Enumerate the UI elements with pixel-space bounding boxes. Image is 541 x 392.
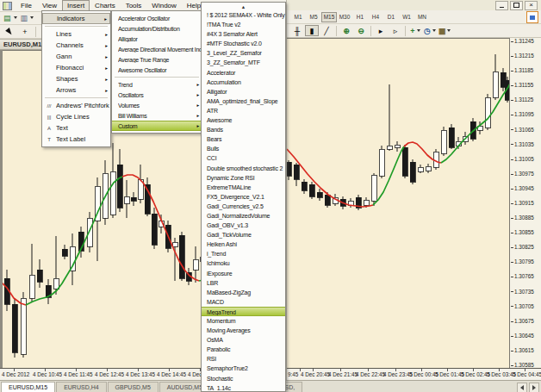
cursor-tool[interactable] <box>3 26 16 37</box>
new-chart-button[interactable]: ▤ <box>3 12 18 23</box>
cycle-lines-icon: ||| <box>42 115 56 120</box>
custom-indicator--4x-3-semafor-alert[interactable]: #4X 3 Semafor Alert <box>202 29 285 39</box>
custom-indicator-alligator[interactable]: Alligator <box>202 87 285 96</box>
tab-scroll-left-button[interactable] <box>517 383 527 392</box>
menu-item-trend[interactable]: Trend▸ <box>112 79 202 90</box>
custom-indicator-cci[interactable]: CCI <box>202 153 285 163</box>
custom-indicator-moving-averages[interactable]: Moving Averages <box>202 326 285 335</box>
menu-item-shapes[interactable]: Shapes▸ <box>42 73 110 84</box>
auto-scroll-button[interactable]: ▸ <box>374 25 388 36</box>
custom-indicator-rsi[interactable]: RSI <box>202 354 285 364</box>
custom-indicator-i-trend[interactable]: i_Trend <box>202 249 285 258</box>
zoom-out-button[interactable]: ⊖ <box>354 25 368 36</box>
menu-item-oscillators[interactable]: Oscillators▸ <box>112 90 202 100</box>
menu-item-average-true-range[interactable]: Average True Range <box>112 54 202 65</box>
timeframe-m5-button[interactable]: M5 <box>306 12 321 22</box>
line-chart-button[interactable]: ╱ <box>320 25 333 36</box>
candlestick-button[interactable]: ▮ <box>305 25 319 36</box>
custom-indicator-gadi-normalizedvolume[interactable]: Gadi_NormalizedVolume <box>202 211 285 221</box>
custom-indicator--tma-true-v2[interactable]: !TMA True v2 <box>202 20 285 29</box>
custom-indicator-osma[interactable]: OsMA <box>202 335 285 345</box>
chart-tab-gbpusdm5[interactable]: GBPUSD,M5 <box>108 382 159 392</box>
custom-indicator-macd[interactable]: MACD <box>202 297 285 307</box>
custom-indicator-gadi-obv-v1-3[interactable]: Gadi_OBV_v1.3 <box>202 221 285 230</box>
menu-item-andrews-pitchfork[interactable]: ///Andrews' Pitchfork <box>42 100 110 111</box>
menu-item-custom[interactable]: Custom▸ <box>112 121 202 131</box>
close-button[interactable]: × <box>525 1 538 10</box>
templates-button[interactable]: ▦ <box>438 25 451 36</box>
timeframe-d1-button[interactable]: D1 <box>383 12 399 22</box>
timeframe-m30-button[interactable]: M30 <box>337 12 352 22</box>
right-chart-plot[interactable] <box>287 38 509 368</box>
custom-indicator-accelerator[interactable]: Accelerator <box>202 68 285 78</box>
menu-item-arrows[interactable]: Arrows▸ <box>42 84 110 96</box>
custom-indicator-megatrend[interactable]: MegaTrend <box>202 307 285 316</box>
custom-indicator-bears[interactable]: Bears <box>202 134 285 144</box>
custom-indicator-iexposure[interactable]: iExposure <box>202 269 285 278</box>
tab-scroll-right-button[interactable] <box>529 383 539 392</box>
custom-indicator--mtf-stochastic-v2-0[interactable]: #MTF Stochastic v2.0 <box>202 39 285 48</box>
minimize-button[interactable] <box>495 1 508 10</box>
custom-indicator-gadi-currencies-v2-5[interactable]: Gadi_Currencies_v2.5 <box>202 202 285 211</box>
custom-indicator-lbr[interactable]: LBR <box>202 278 285 288</box>
menu-item-cycle-lines[interactable]: |||Cycle Lines <box>42 111 110 122</box>
custom-indicator-fx5-divergence-v2-1[interactable]: FX5_Divergence_V2.1 <box>202 192 285 202</box>
menu-item-accelerator-oscillator[interactable]: Accelerator Oscillator <box>112 13 202 23</box>
custom-indicator-parabolic[interactable]: Parabolic <box>202 345 285 354</box>
custom-indicator-gadi-tickvolume[interactable]: Gadi_TickVolume <box>202 230 285 240</box>
custom-indicator-semaphortrue2[interactable]: SemaphorTrue2 <box>202 364 285 373</box>
custom-indicator-accumulation[interactable]: Accumulation <box>202 78 285 87</box>
menu-item-fibonacci[interactable]: Fibonacci▸ <box>42 62 110 73</box>
custom-indicator-bands[interactable]: Bands <box>202 125 285 134</box>
menu-item-alligator[interactable]: Alligator <box>112 34 202 44</box>
periods-button[interactable]: ◷ <box>423 25 437 36</box>
custom-indicator-mabased-zigzag[interactable]: MaBased-ZigZag <box>202 288 285 297</box>
chart-tab-eurusdh4[interactable]: EURUSD,H4 <box>56 382 106 392</box>
bar-chart-button[interactable]: ╫ <box>290 25 304 36</box>
custom-indicator-atr[interactable]: ATR <box>202 106 285 115</box>
crosshair-tool[interactable]: + <box>18 26 32 37</box>
custom-indicator-stochastic[interactable]: Stochastic <box>202 374 285 383</box>
custom-indicator-ta-1-14c[interactable]: TA_1.14c <box>202 383 285 392</box>
menu-item-channels[interactable]: Channels▸ <box>42 40 110 51</box>
menu-item-indicators[interactable]: Indicators▸ <box>42 13 110 24</box>
timeframe-mn-button[interactable]: MN <box>414 12 430 22</box>
custom-indicator-3-zz-semafor-mtf[interactable]: 3_ZZ_Semafor_MTF <box>202 58 285 67</box>
menu-item-bill-williams[interactable]: Bill Williams▸ <box>112 110 202 121</box>
custom-indicator-double-smoothed-stochastic-2[interactable]: Double smoothed stochastic 2 <box>202 164 285 173</box>
menu-scroll-up-icon[interactable]: ▲ <box>202 3 285 10</box>
custom-indicator-heiken-ashi[interactable]: Heiken Ashi <box>202 240 285 249</box>
timeframe-h1-button[interactable]: H1 <box>352 12 368 22</box>
timeframe-m1-button[interactable]: M1 <box>290 12 306 22</box>
custom-indicator-momentum[interactable]: Momentum <box>202 316 285 326</box>
community-button[interactable] <box>526 11 538 23</box>
menu-item-average-directional-movement-index[interactable]: Average Directional Movement Index <box>112 44 202 54</box>
restore-button[interactable] <box>510 1 523 10</box>
timeframe-h4-button[interactable]: H4 <box>368 12 383 22</box>
indicators-list-button[interactable]: + <box>408 25 422 36</box>
tick-dash <box>511 159 513 160</box>
menubar-item-file[interactable]: File <box>16 0 37 11</box>
zoom-in-button[interactable]: ⊕ <box>339 25 353 36</box>
custom-indicator-dynamic-zone-rsi[interactable]: Dynamic Zone RSI <box>202 173 285 183</box>
custom-indicator--2012-sema4x-white-only[interactable]: ! $ 2012 SEMA4X - White Only <box>202 10 285 20</box>
timeframe-m15-button[interactable]: M15 <box>321 12 337 22</box>
menu-item-text[interactable]: AText <box>42 122 110 134</box>
timeframe-w1-button[interactable]: W1 <box>399 12 414 22</box>
menu-item-lines[interactable]: Lines▸ <box>42 28 110 40</box>
menu-item-gann[interactable]: Gann▸ <box>42 51 110 62</box>
chart-tab-eurusdm15[interactable]: EURUSD,M15 <box>1 382 55 392</box>
custom-indicator-3-level-zz-semafor[interactable]: 3_Level_ZZ_Semafor <box>202 48 285 58</box>
chart-shift-button[interactable]: ▹ <box>389 25 402 36</box>
custom-indicator-ama-optimized-final-slope[interactable]: AMA_optimized_final_Slope <box>202 96 285 106</box>
profiles-button[interactable]: ▥ <box>20 12 35 23</box>
menu-item-awesome-oscillator[interactable]: Awesome Oscillator <box>112 65 202 75</box>
custom-indicator-extremetmaline[interactable]: ExtremeTMALine <box>202 183 285 192</box>
menu-item-text-label[interactable]: TText Label <box>42 134 110 145</box>
custom-indicator-awesome[interactable]: Awesome <box>202 115 285 125</box>
menu-item-volumes[interactable]: Volumes▸ <box>112 100 202 110</box>
custom-indicator-bulls[interactable]: Bulls <box>202 144 285 153</box>
price-axis[interactable]: 1.312451.312151.311851.311551.311251.310… <box>509 38 541 368</box>
menu-item-accumulation-distribution[interactable]: Accumulation/Distribution <box>112 23 202 34</box>
custom-indicator-ichimoku[interactable]: Ichimoku <box>202 258 285 268</box>
